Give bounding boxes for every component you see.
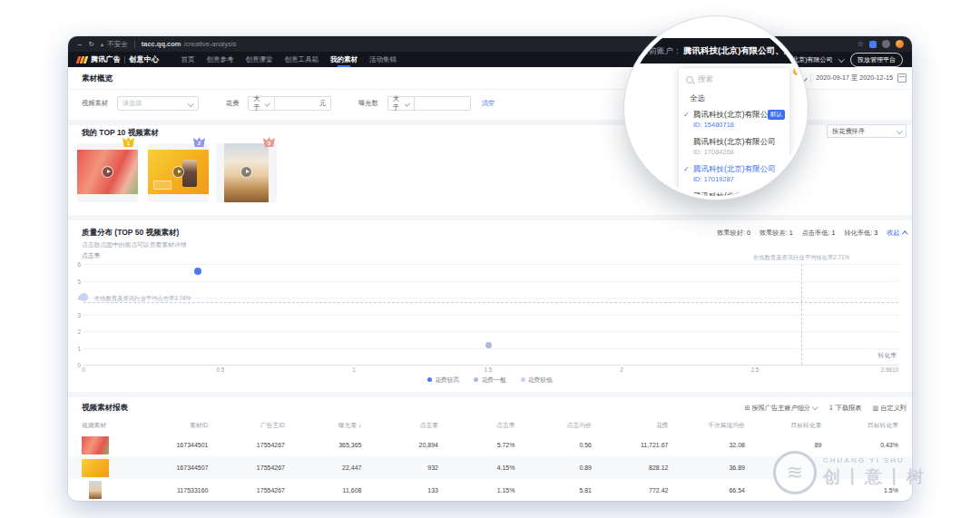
video-material-select[interactable]: 请选择 bbox=[117, 96, 199, 111]
legend-item-high-cost[interactable]: 花费较高 bbox=[427, 376, 459, 385]
account-option-id: ID: 15480718 bbox=[693, 121, 734, 129]
filter-cost-label: 花费 bbox=[226, 99, 239, 108]
legend-dot-icon bbox=[474, 377, 478, 382]
cost-input[interactable]: 元 bbox=[275, 96, 331, 111]
incognito-icon bbox=[882, 40, 890, 48]
table-header-row: 视频素材 素材ID 广告主ID 曝光量 点击量 点击率 点击均价 花费 千次展现… bbox=[68, 417, 912, 434]
gridline bbox=[83, 331, 898, 332]
account-option[interactable]: 腾讯科技(北京)有限公司 默认 ID: 15480718 bbox=[679, 110, 789, 135]
cell-impressions: 11,608 bbox=[285, 487, 362, 494]
gridline bbox=[83, 264, 898, 265]
url-separator bbox=[134, 41, 135, 48]
avg-cvr-reference-line bbox=[801, 264, 802, 365]
y-tick: 5 bbox=[70, 278, 81, 284]
video-thumbnail[interactable] bbox=[89, 481, 102, 499]
cell-cpm: 66.54 bbox=[669, 487, 746, 494]
exposure-input[interactable] bbox=[415, 96, 471, 111]
browser-profile-avatar[interactable] bbox=[896, 40, 904, 48]
col-header-material[interactable]: 视频素材 bbox=[68, 421, 132, 430]
clear-filters-link[interactable]: 清空 bbox=[482, 99, 495, 108]
stat-label: 点击率低: bbox=[802, 229, 830, 237]
row-thumbnail-cell bbox=[68, 436, 132, 454]
exposure-operator-select[interactable]: 大于 bbox=[387, 96, 415, 111]
video-thumbnail[interactable] bbox=[82, 436, 109, 454]
table-row[interactable]: 167344507 17554267 22,447 932 4.15% 0.89… bbox=[68, 456, 912, 479]
chevron-down-icon bbox=[812, 404, 818, 409]
select-all-option[interactable]: 全选 bbox=[690, 93, 705, 104]
cell-cvr: 1.5% bbox=[822, 487, 913, 494]
filter-video-label: 视频素材 bbox=[82, 99, 108, 108]
top10-video-card[interactable] bbox=[148, 143, 209, 202]
brand-name-left: 腾讯广告 bbox=[91, 54, 121, 64]
col-header-cost[interactable]: 花费 bbox=[592, 421, 669, 430]
rank-crown-bronze-icon: 3 bbox=[263, 137, 275, 147]
chevron-down-icon bbox=[897, 128, 902, 133]
dropdown-search[interactable]: 搜索 bbox=[686, 74, 713, 85]
sort-by-cost-select[interactable]: 按花费排序 bbox=[827, 124, 906, 138]
stat-value: 1 bbox=[789, 229, 793, 237]
tencent-ads-logo-icon bbox=[77, 56, 87, 64]
select-placeholder: 请选择 bbox=[122, 99, 142, 108]
account-option[interactable]: 腾讯科技(北京)有限公司 ID: 17084268 bbox=[679, 137, 789, 162]
scatter-point-low-cost[interactable] bbox=[80, 293, 88, 301]
col-header-cvr[interactable]: 目标转化率 bbox=[822, 421, 913, 430]
nav-item-home[interactable]: 首页 bbox=[181, 52, 194, 67]
reload-icon[interactable] bbox=[89, 40, 94, 48]
cost-operator-select[interactable]: 大于 bbox=[248, 96, 275, 111]
table-row[interactable]: 167344501 17554267 365,365 20,894 5.72% … bbox=[68, 434, 912, 456]
row-thumbnail-cell bbox=[68, 459, 132, 477]
top10-video-card[interactable] bbox=[77, 143, 138, 202]
col-header-avg-click-cost[interactable]: 点击均价 bbox=[515, 421, 593, 430]
bookmark-star-icon[interactable] bbox=[858, 40, 864, 48]
stat-low-ctr: 点击率低:1 bbox=[802, 229, 836, 238]
video-thumbnail[interactable] bbox=[82, 459, 109, 477]
avg-ctr-reference-line bbox=[83, 302, 898, 303]
col-header-clicks[interactable]: 点击量 bbox=[362, 421, 439, 430]
nav-item-creative-toolbox[interactable]: 创意工具箱 bbox=[284, 52, 318, 67]
download-report-tool[interactable]: 下载报表 bbox=[828, 404, 862, 413]
active-tab-underline bbox=[337, 65, 350, 67]
play-icon bbox=[172, 166, 184, 178]
col-header-advertiser-id[interactable]: 广告主ID bbox=[209, 421, 286, 430]
col-header-conversions[interactable]: 目标转化量 bbox=[745, 421, 822, 430]
legend-item-mid-cost[interactable]: 花费一般 bbox=[474, 376, 505, 385]
legend-item-low-cost[interactable]: 花费较低 bbox=[521, 376, 553, 385]
collapse-label: 收起 bbox=[887, 229, 899, 237]
calendar-icon[interactable] bbox=[897, 73, 906, 83]
brand-name-right: 创意中心 bbox=[129, 54, 159, 64]
col-header-cpm[interactable]: 千次展现均价 bbox=[669, 421, 746, 430]
gridline bbox=[83, 315, 898, 316]
not-secure-icon bbox=[100, 42, 104, 47]
gridline bbox=[83, 348, 898, 349]
subdivide-by-advertiser-tool[interactable]: 按照广告主账户细分 bbox=[744, 404, 817, 413]
col-header-material-id[interactable]: 素材ID bbox=[132, 421, 209, 430]
custom-columns-tool[interactable]: 自定义列 bbox=[872, 404, 906, 413]
top10-video-card[interactable] bbox=[216, 143, 277, 202]
chevron-down-icon bbox=[265, 101, 270, 106]
table-row[interactable]: 117533160 17554267 11,608 133 1.15% 5.81… bbox=[68, 479, 912, 501]
thumbnail-person bbox=[182, 160, 197, 187]
col-header-ctr[interactable]: 点击率 bbox=[438, 421, 515, 430]
scatter-point-mid-cost[interactable] bbox=[485, 342, 492, 348]
extension-icon[interactable] bbox=[869, 41, 877, 48]
col-header-impressions[interactable]: 曝光量 bbox=[285, 421, 362, 430]
scatter-point-high-cost[interactable] bbox=[194, 268, 201, 275]
collapse-link[interactable]: 收起 bbox=[887, 229, 906, 238]
stat-label: 效果较好: bbox=[717, 229, 745, 237]
ad-platform-button[interactable]: 投放管理平台 bbox=[850, 53, 903, 67]
x-tick: 0 bbox=[82, 367, 85, 373]
nav-item-activity-collection[interactable]: 活动集锦 bbox=[369, 52, 397, 67]
col-label: 曝光量 bbox=[338, 422, 357, 428]
address-bar[interactable]: 不安全 tacc.qq.com/creative-analysis bbox=[100, 40, 237, 49]
forward-icon[interactable] bbox=[76, 40, 83, 48]
date-range-value[interactable]: 2020-09-17 至 2020-12-15 bbox=[816, 73, 893, 83]
quality-stats: 效果较好:0 效果较差:1 点击率低:1 转化率低:3 收起 bbox=[717, 229, 906, 238]
brand-logo[interactable]: 腾讯广告 创意中心 bbox=[77, 54, 159, 64]
cell-cpm: 36.89 bbox=[669, 464, 746, 471]
x-axis-name: 转化率 bbox=[878, 351, 897, 360]
page: 不安全 tacc.qq.com/creative-analysis 腾讯广告 创… bbox=[0, 0, 980, 518]
stat-value: 3 bbox=[874, 229, 877, 237]
nav-item-creative-class[interactable]: 创意课堂 bbox=[245, 52, 272, 67]
nav-item-my-materials[interactable]: 我的素材 bbox=[330, 52, 358, 67]
nav-item-creative-reference[interactable]: 创意参考 bbox=[206, 52, 233, 67]
